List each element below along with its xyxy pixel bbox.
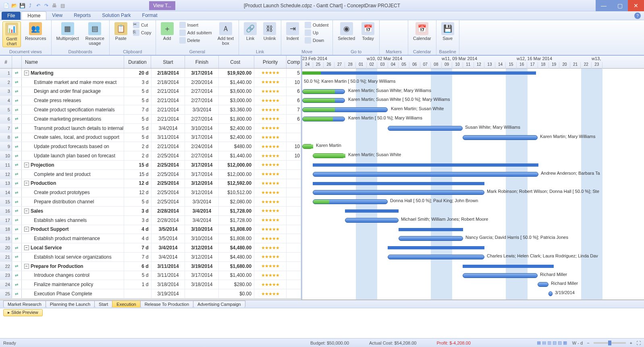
table-row[interactable]: 24⇄Finalize maintenance policy1 d3/18/20…: [0, 280, 301, 289]
table-row[interactable]: 25⇄Execution Phase Complete3/19/2014$0.0…: [0, 289, 301, 299]
add-button[interactable]: ＋Add: [158, 21, 176, 42]
slide-preview-button[interactable]: ▸ Slide Preview: [3, 309, 43, 316]
col-finish[interactable]: Finish: [185, 56, 219, 68]
col-name[interactable]: Name: [22, 56, 124, 68]
task-bar[interactable]: [538, 282, 548, 287]
col-priority[interactable]: Priority: [254, 56, 287, 68]
table-row[interactable]: 13⇄−Production12 d2/25/20143/12/2014$12,…: [0, 179, 301, 188]
task-bar[interactable]: [399, 236, 463, 241]
task-bar[interactable]: [463, 135, 538, 140]
collapse-icon[interactable]: −: [24, 163, 29, 167]
gantt-hscroll[interactable]: [302, 299, 644, 300]
task-bar[interactable]: [313, 172, 538, 177]
collapse-icon[interactable]: −: [24, 71, 29, 75]
sheet-tab-advertising-campaign[interactable]: Advertising Campaign: [193, 301, 245, 307]
table-row[interactable]: 10⇄Update launch plan based on forecast2…: [0, 151, 301, 161]
gantt-bars-zone[interactable]: 50.0 %]; Karen Martin [ 50.0 %]; Mary Wi…: [302, 69, 644, 299]
collapse-icon[interactable]: −: [24, 227, 29, 232]
table-row[interactable]: 21⇄Establish local service organizations…: [0, 253, 301, 262]
table-row[interactable]: 3⇄Design and order final package5 d2/21/…: [0, 87, 301, 96]
tab-home[interactable]: Home: [21, 11, 46, 20]
zoom-fit-icon[interactable]: ⛶: [636, 341, 641, 345]
task-bar[interactable]: [388, 255, 484, 259]
table-row[interactable]: 9⇄Update product forecasts based on2 d2/…: [0, 142, 301, 151]
table-row[interactable]: 20⇄−Local Service7 d3/4/20143/12/2014$4,…: [0, 243, 301, 253]
add-text-box-button[interactable]: ＡAdd text box: [215, 21, 236, 46]
col-start[interactable]: Start: [151, 56, 185, 68]
table-row[interactable]: 16⇄−Sales3 d2/28/20143/4/2014$1,728.00★★…: [0, 207, 301, 216]
collapse-icon[interactable]: −: [24, 181, 29, 186]
collapse-icon[interactable]: −: [24, 264, 29, 269]
zoom-in-icon[interactable]: +: [630, 341, 632, 345]
indent-button[interactable]: ⇥Indent: [284, 21, 301, 42]
timescale[interactable]: 23 Feb 2014w10, 02 Mar 2014w11, 09 Mar 2…: [302, 56, 644, 69]
task-bar[interactable]: [302, 98, 345, 103]
outdent-button[interactable]: Outdent: [303, 21, 330, 29]
help-icon[interactable]: ?: [634, 13, 641, 19]
table-row[interactable]: 23⇄Introduce changes control5 d3/11/2014…: [0, 271, 301, 280]
table-row[interactable]: 2⇄Estimate market and make more exact3 d…: [0, 78, 301, 87]
cut-button[interactable]: ✂Cut: [131, 21, 153, 29]
tab-reports[interactable]: Reports: [68, 11, 96, 20]
qat-save-icon[interactable]: 💾: [19, 2, 26, 9]
col-duration[interactable]: Duration: [124, 56, 152, 68]
tab-solution-park[interactable]: Solution Park: [96, 11, 136, 20]
summary-bar[interactable]: [399, 228, 463, 231]
col-cost[interactable]: Cost: [219, 56, 254, 68]
summary-bar[interactable]: [302, 71, 536, 75]
sheet-tab-planning-the-launch[interactable]: Planning the Launch: [46, 301, 95, 307]
delete-button[interactable]: Delete: [178, 37, 214, 44]
task-bar[interactable]: [302, 107, 388, 112]
insert-button[interactable]: Insert: [178, 21, 214, 29]
task-bar[interactable]: [388, 126, 463, 131]
resources-button[interactable]: 👥Resources: [23, 21, 49, 42]
tab-view[interactable]: View: [46, 11, 68, 20]
goto-today-button[interactable]: 📅Today: [359, 21, 377, 42]
col-indicator[interactable]: [12, 56, 22, 68]
table-row[interactable]: 12⇄Complete and test product15 d2/25/201…: [0, 170, 301, 179]
zoom-unit[interactable]: W - d: [572, 341, 583, 345]
file-tab[interactable]: File: [2, 12, 21, 20]
calendar-button[interactable]: 📅Calendar: [411, 21, 434, 42]
table-row[interactable]: 1⇄−Marketing20 d2/18/20143/17/2014$19,92…: [0, 69, 301, 78]
sheet-tab-market-research[interactable]: Market Research: [3, 301, 46, 307]
task-bar[interactable]: [313, 153, 345, 158]
qat-undo-icon[interactable]: ↶: [35, 2, 42, 9]
task-bar[interactable]: [302, 144, 313, 149]
move-down-button[interactable]: Down: [303, 37, 330, 44]
task-bar[interactable]: [302, 89, 345, 94]
summary-bar[interactable]: [345, 209, 399, 213]
task-bar[interactable]: [313, 199, 388, 204]
table-row[interactable]: 22⇄−Prepare for Production6 d3/11/20143/…: [0, 262, 301, 271]
zoom-out-icon[interactable]: −: [587, 341, 589, 345]
table-row[interactable]: 17⇄Establish sales channels3 d2/28/20143…: [0, 216, 301, 225]
qat-open-icon[interactable]: 📂: [10, 2, 18, 9]
summary-bar[interactable]: [313, 182, 484, 185]
collapse-icon[interactable]: −: [24, 209, 29, 213]
table-row[interactable]: 14⇄Create product prototypes12 d2/25/201…: [0, 188, 301, 197]
qat-new-icon[interactable]: 📄: [2, 2, 10, 9]
gantt-chart-button[interactable]: 📊Gantt chart: [2, 21, 21, 47]
table-row[interactable]: 4⇄Create press releases5 d2/21/20142/27/…: [0, 96, 301, 105]
table-row[interactable]: 6⇄Create marketing presentations5 d2/21/…: [0, 115, 301, 124]
add-subitem-button[interactable]: Add subitem: [178, 29, 214, 36]
collapse-icon[interactable]: −: [24, 245, 29, 250]
zoom-slider[interactable]: [594, 342, 626, 344]
summary-bar[interactable]: [313, 163, 538, 167]
table-row[interactable]: 19⇄Establish product maintenance4 d3/5/2…: [0, 234, 301, 243]
multiproject-button[interactable]: ▦Multiproject: [54, 21, 81, 42]
goto-selected-button[interactable]: ◉Selected: [335, 21, 357, 42]
task-bar[interactable]: [313, 190, 484, 195]
qat-redo-icon[interactable]: ↷: [43, 2, 50, 9]
table-row[interactable]: 7⇄Transmit product launch details to int…: [0, 124, 301, 133]
task-bar[interactable]: [302, 117, 345, 121]
sheet-tab-start[interactable]: Start: [94, 301, 112, 307]
table-row[interactable]: 8⇄Create sales, local, and product suppo…: [0, 133, 301, 142]
copy-button[interactable]: ⎘Copy: [131, 29, 153, 36]
col-complete[interactable]: Comp: [287, 56, 301, 68]
sheet-tab-release-to-production[interactable]: Release To Production: [140, 301, 193, 307]
paste-button[interactable]: 📋Paste: [112, 21, 130, 42]
move-up-button[interactable]: Up: [303, 29, 330, 36]
qat-export-icon[interactable]: ⤴: [27, 2, 34, 9]
qat-preview-icon[interactable]: ▤: [59, 2, 66, 9]
